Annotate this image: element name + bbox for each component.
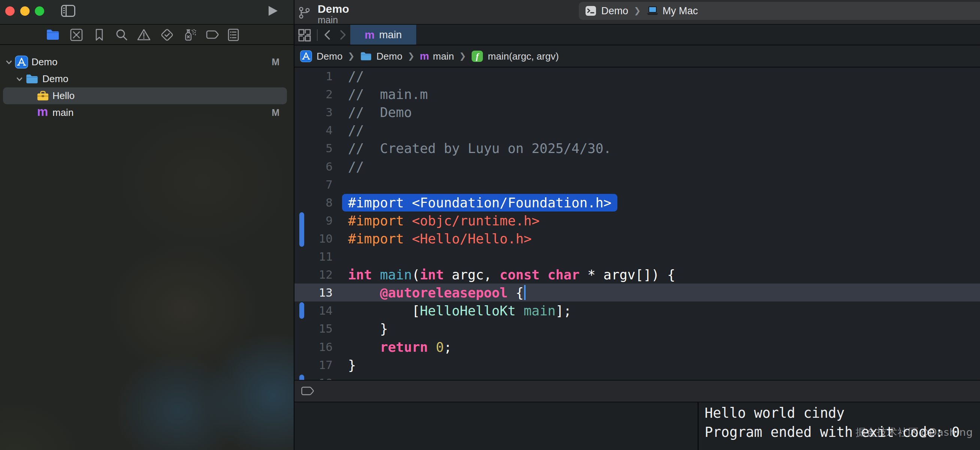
- code-line-11[interactable]: 11: [294, 247, 980, 265]
- run-button[interactable]: [267, 5, 279, 17]
- code-text: #import <Foundation/Foundation.h>: [348, 193, 611, 212]
- disclosure-chevron-icon[interactable]: [16, 75, 23, 83]
- navigator-tab-source-control[interactable]: [69, 28, 84, 42]
- code-token: #import: [348, 231, 404, 246]
- code-line-1[interactable]: 1//: [294, 67, 980, 85]
- navigator-tab-debug[interactable]: [183, 28, 197, 42]
- watermark-text: 掘金技术社区@Dashing: [856, 426, 973, 439]
- code-text: //: [348, 67, 364, 85]
- console-line-0: Hello world cindy: [705, 404, 845, 423]
- code-line-9[interactable]: 9#import <objc/runtime.h>: [294, 212, 980, 230]
- navigator-tab-breakpoints[interactable]: [205, 28, 220, 42]
- code-line-13[interactable]: 13 @autoreleasepool {: [294, 284, 980, 302]
- line-number: 7: [294, 176, 332, 193]
- code-token: [348, 339, 380, 355]
- code-text: //: [348, 121, 364, 139]
- code-text: }: [348, 356, 356, 374]
- tree-row-demo-0[interactable]: DemoM: [0, 54, 294, 70]
- code-token: * argv[]) {: [579, 267, 675, 282]
- close-button[interactable]: [5, 6, 14, 16]
- code-token: [515, 303, 523, 318]
- scheme-name[interactable]: Demo: [601, 5, 628, 17]
- code-line-15[interactable]: 15 }: [294, 319, 980, 337]
- sidebar-toggle-icon[interactable]: [61, 4, 76, 18]
- breadcrumb-chevron-icon: ❯: [348, 51, 355, 61]
- code-token: //: [348, 159, 364, 174]
- back-button[interactable]: [321, 29, 334, 41]
- navigator-sidebar: DemoMDemoHellommainM: [0, 24, 294, 450]
- code-token: 0: [436, 339, 444, 355]
- tab-main[interactable]: m main: [350, 25, 416, 45]
- code-line-6[interactable]: 6//: [294, 158, 980, 176]
- code-line-8[interactable]: 8#import <Foundation/Foundation.h>: [294, 193, 980, 212]
- line-number: 13: [294, 284, 332, 302]
- code-line-2[interactable]: 2// main.m: [294, 85, 980, 103]
- destination-laptop-icon: [647, 6, 659, 16]
- scheme-selector[interactable]: Demo ❯ My Mac: [579, 2, 980, 20]
- code-line-4[interactable]: 4//: [294, 121, 980, 139]
- code-token: // main.m: [348, 87, 428, 102]
- navigator-tab-bookmarks[interactable]: [92, 28, 107, 42]
- line-number: 2: [294, 85, 332, 103]
- code-token: return: [380, 339, 428, 355]
- destination-name[interactable]: My Mac: [662, 5, 698, 17]
- code-line-18[interactable]: 18: [294, 374, 980, 380]
- variables-view[interactable]: [294, 402, 698, 450]
- code-text: return 0;: [348, 338, 452, 356]
- line-number: 5: [294, 139, 332, 157]
- code-line-17[interactable]: 17}: [294, 356, 980, 374]
- source-change-bar: [299, 302, 304, 319]
- code-token: (: [412, 267, 420, 282]
- objc-file-icon: m: [364, 29, 375, 41]
- code-token: [428, 339, 436, 355]
- forward-button[interactable]: [336, 29, 349, 41]
- navigator-tab-tests[interactable]: [160, 28, 174, 42]
- code-line-5[interactable]: 5// Created by Luyu on 2025/4/30.: [294, 139, 980, 157]
- tree-row-hello-2[interactable]: Hello: [0, 88, 294, 104]
- navigator-tab-find[interactable]: [114, 28, 129, 42]
- navigator-tab-project[interactable]: [46, 28, 60, 42]
- code-token: [404, 231, 412, 246]
- code-line-14[interactable]: 14 [HelloHelloKt main];: [294, 302, 980, 319]
- editor-layout-icon[interactable]: [298, 28, 312, 42]
- breakpoints-toggle-icon[interactable]: [301, 387, 314, 395]
- jump-bar: Demo❯Demo❯mmain❯fmain(argc, argv): [294, 45, 980, 67]
- xcode-project-icon: [300, 50, 312, 62]
- code-token: #import <Foundation/Foundation.h>: [348, 195, 611, 211]
- navigator-tab-reports[interactable]: [226, 28, 240, 42]
- line-number: 11: [294, 247, 332, 265]
- tree-label: Demo: [32, 56, 57, 68]
- code-text: [HelloHelloKt main];: [348, 302, 572, 319]
- folder-icon: [25, 72, 38, 86]
- source-change-bar: [299, 212, 304, 247]
- tabbar-separator: [317, 29, 318, 41]
- code-token: }: [348, 321, 388, 337]
- code-text: @autoreleasepool {: [348, 284, 524, 302]
- code-text: //: [348, 158, 364, 176]
- code-line-10[interactable]: 10#import <Hello/Hello.h>: [294, 230, 980, 247]
- code-line-7[interactable]: 7: [294, 176, 980, 193]
- objc-file-icon: m: [420, 50, 429, 62]
- breadcrumb-item-2[interactable]: mmain: [420, 50, 454, 62]
- breadcrumb-item-0[interactable]: Demo: [300, 50, 342, 62]
- git-branch-icon: [298, 6, 311, 19]
- code-line-12[interactable]: 12int main(int argc, const char * argv[]…: [294, 265, 980, 284]
- tree-row-main-3[interactable]: mmainM: [0, 104, 294, 121]
- breadcrumb-item-1[interactable]: Demo: [360, 50, 402, 62]
- code-line-3[interactable]: 3// Demo: [294, 103, 980, 121]
- navigator-tab-issues[interactable]: [137, 28, 151, 42]
- tree-row-demo-1[interactable]: Demo: [0, 70, 294, 88]
- zoom-button[interactable]: [35, 6, 44, 16]
- code-editor[interactable]: 1//2// main.m3// Demo4//5// Created by L…: [294, 67, 980, 380]
- minimize-button[interactable]: [20, 6, 30, 16]
- breadcrumb-item-3[interactable]: fmain(argc, argv): [471, 50, 558, 62]
- code-token: <Hello/Hello.h>: [412, 231, 531, 246]
- code-token: [372, 267, 380, 282]
- code-line-16[interactable]: 16 return 0;: [294, 338, 980, 356]
- scheme-chevron-icon: ❯: [634, 6, 641, 16]
- line-number: 1: [294, 67, 332, 85]
- disclosure-chevron-icon[interactable]: [5, 59, 13, 66]
- navigator-tabbar-divider: [0, 44, 294, 45]
- code-token: int: [348, 267, 372, 282]
- code-token: [539, 267, 547, 282]
